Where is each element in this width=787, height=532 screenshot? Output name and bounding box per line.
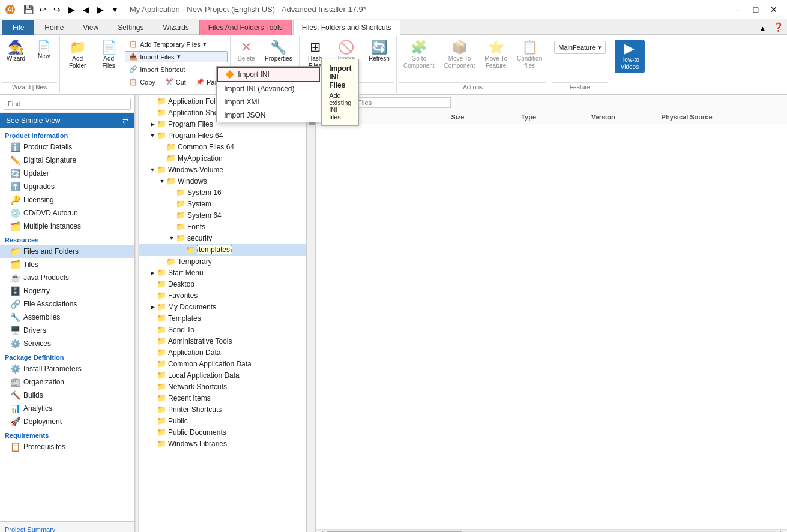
tab-home[interactable]: Home [35, 20, 73, 35]
tree-item-local-app-data[interactable]: 📁 Local Application Data [139, 369, 306, 381]
tree-item-templates-top[interactable]: 📁 Templates [139, 312, 306, 324]
import-shortcut-button[interactable]: 🔗 Import Shortcut [125, 64, 228, 75]
sidebar-item-files-and-folders[interactable]: 📁 Files and Folders [0, 245, 134, 258]
project-summary-footer[interactable]: Project Summary [0, 521, 134, 532]
sidebar-item-upgrades[interactable]: ⬆️ Upgrades [0, 180, 134, 193]
tree-item-favorites[interactable]: 📁 Favorites [139, 290, 306, 301]
wizard-button[interactable]: 🧙 Wizard [2, 38, 29, 65]
tab-files-folders-shortcuts[interactable]: Files, Folders and Shortcuts [293, 20, 400, 35]
delete-button[interactable]: ✕ Delete [233, 38, 259, 65]
tree-toggle-pf64[interactable]: ▼ [148, 133, 157, 139]
sidebar-item-install-params[interactable]: ⚙️ Install Parameters [0, 362, 134, 375]
sidebar-item-product-details[interactable]: ℹ️ Product Details [0, 140, 134, 154]
add-temp-files-button[interactable]: 📋 Add Temporary Files ▾ [125, 38, 228, 50]
import-ini-advanced-item[interactable]: Import INI (Advanced) [217, 82, 321, 95]
sidebar-item-cddvd-autorun[interactable]: 💿 CD/DVD Autorun [0, 206, 134, 220]
tree-item-recent-items[interactable]: 📁 Recent Items [139, 392, 306, 404]
tree-scrollbar[interactable] [307, 95, 315, 532]
tree-item-desktop[interactable]: 📁 Desktop [139, 278, 306, 290]
sidebar-item-deployment[interactable]: 🚀 Deployment [0, 415, 134, 428]
tree-item-public-docs[interactable]: 📁 Public Documents [139, 426, 306, 438]
back-button[interactable]: ◀ [79, 3, 92, 16]
refresh-button[interactable]: 🔄 Refresh [364, 38, 394, 65]
how-to-videos-button[interactable]: ▶ How-toVideos [615, 40, 645, 73]
tree-item-my-documents[interactable]: ▶ 📁 My Documents [139, 301, 306, 312]
scroll-right-btn[interactable]: ▶ [779, 530, 787, 533]
undo-button[interactable]: ↩ [36, 3, 49, 16]
sidebar-item-java-products[interactable]: ☕ Java Products [0, 271, 134, 284]
tree-item-templates[interactable]: 📁 templates [139, 244, 306, 256]
tree-toggle-windows[interactable]: ▼ [158, 178, 166, 184]
properties-button[interactable]: 🔧 Properties [261, 38, 297, 65]
content-horizontal-scroll[interactable]: ◀ ▶ [316, 529, 787, 532]
sidebar-item-prerequisites[interactable]: 📋 Prerequisites [0, 440, 134, 453]
scroll-left-btn[interactable]: ◀ [316, 530, 324, 533]
sidebar-view-button[interactable]: See Simple View ⇄ [0, 113, 134, 128]
sidebar-item-builds[interactable]: 🔨 Builds [0, 389, 134, 402]
sidebar-search-input[interactable] [4, 98, 131, 110]
tab-wizards[interactable]: Wizards [154, 20, 198, 35]
sidebar-item-multiple-instances[interactable]: 🗂️ Multiple Instances [0, 220, 134, 233]
tree-item-fonts[interactable]: 📁 Fonts [139, 221, 306, 232]
sidebar-item-tiles[interactable]: 🗂️ Tiles [0, 258, 134, 271]
tree-item-my-application[interactable]: 📁 MyApplication [139, 152, 306, 164]
sidebar-item-analytics[interactable]: 📊 Analytics [0, 402, 134, 415]
more-button[interactable]: ▾ [108, 3, 121, 16]
tree-toggle-program-files[interactable]: ▶ [148, 121, 157, 127]
tree-item-system64[interactable]: 📁 System 64 [139, 209, 306, 221]
sidebar-item-licensing[interactable]: 🔑 Licensing [0, 193, 134, 206]
tree-item-send-to[interactable]: 📁 Send To [139, 324, 306, 335]
import-files-button[interactable]: 📥 Import Files ▾ [125, 51, 228, 62]
tree-toggle-my-docs[interactable]: ▶ [148, 304, 157, 310]
help-button[interactable]: ❓ [770, 20, 787, 34]
tree-toggle-security[interactable]: ▼ [167, 235, 176, 241]
tree-item-common-app-data[interactable]: 📁 Common Application Data [139, 358, 306, 369]
tree-item-network-shortcuts[interactable]: 📁 Network Shortcuts [139, 381, 306, 392]
feature-selector[interactable]: MainFeature ▾ [554, 41, 606, 54]
tree-item-app-data[interactable]: 📁 Application Data [139, 347, 306, 358]
tree-item-common-files-64[interactable]: 📁 Common Files 64 [139, 141, 306, 152]
sidebar-item-drivers[interactable]: 🖥️ Drivers [0, 324, 134, 337]
minimize-button[interactable]: ─ [729, 3, 746, 16]
sidebar-item-updater[interactable]: 🔄 Updater [0, 167, 134, 180]
redo-button[interactable]: ↪ [50, 3, 64, 16]
tree-item-admin-tools[interactable]: 📁 Administrative Tools [139, 335, 306, 347]
condition-files-button[interactable]: 📋 Conditionfiles [513, 38, 546, 72]
tree-item-windows[interactable]: ▼ 📁 Windows [139, 175, 306, 187]
tree-toggle-winvol[interactable]: ▼ [148, 167, 157, 173]
tree-item-temporary[interactable]: 📁 Temporary [139, 256, 306, 267]
tab-file[interactable]: File [2, 20, 34, 35]
move-to-feature-button[interactable]: ⭐ Move ToFeature [480, 38, 511, 72]
tree-item-printer-shortcuts[interactable]: 📁 Printer Shortcuts [139, 404, 306, 415]
tab-files-folders-tools[interactable]: Files And Folders Tools [199, 20, 292, 35]
build-button[interactable]: ▶ [65, 3, 78, 16]
tree-item-windows-libs[interactable]: 📁 Windows Libraries [139, 438, 306, 449]
import-json-item[interactable]: Import JSON [217, 109, 321, 122]
add-folder-button[interactable]: 📁 AddFolder [62, 38, 92, 72]
tree-item-start-menu[interactable]: ▶ 📁 Start Menu [139, 267, 306, 278]
sidebar-item-digital-signature[interactable]: ✏️ Digital Signature [0, 154, 134, 167]
move-to-component-button[interactable]: 📦 Move ToComponent [440, 38, 480, 72]
sidebar-item-registry[interactable]: 🗄️ Registry [0, 284, 134, 297]
tree-item-program-files-64[interactable]: ▼ 📁 Program Files 64 [139, 130, 306, 141]
collapse-ribbon-button[interactable]: ▲ [756, 22, 770, 34]
tree-item-public[interactable]: 📁 Public [139, 415, 306, 426]
sidebar-item-assemblies[interactable]: 🔧 Assemblies [0, 311, 134, 324]
sidebar-item-services[interactable]: ⚙️ Services [0, 337, 134, 350]
tab-view[interactable]: View [74, 20, 107, 35]
tree-item-security[interactable]: ▼ 📁 security [139, 232, 306, 244]
maximize-button[interactable]: □ [747, 3, 764, 16]
copy-button[interactable]: 📋 Copy [125, 76, 160, 88]
sidebar-item-organization[interactable]: 🏢 Organization [0, 375, 134, 389]
tree-item-windows-volume[interactable]: ▼ 📁 Windows Volume [139, 164, 306, 175]
add-files-button[interactable]: 📄 AddFiles [94, 38, 124, 72]
tree-toggle-start-menu[interactable]: ▶ [148, 270, 157, 276]
forward-button[interactable]: ▶ [94, 3, 107, 16]
import-xml-item[interactable]: Import XML [217, 95, 321, 109]
tree-item-system[interactable]: 📁 System [139, 198, 306, 209]
close-button[interactable]: ✕ [765, 3, 782, 16]
cut-button[interactable]: ✂️ Cut [161, 76, 190, 88]
new-button[interactable]: 📄 New [31, 38, 57, 62]
tree-item-system16[interactable]: 📁 System 16 [139, 187, 306, 198]
sidebar-item-file-associations[interactable]: 🔗 File Associations [0, 297, 134, 311]
